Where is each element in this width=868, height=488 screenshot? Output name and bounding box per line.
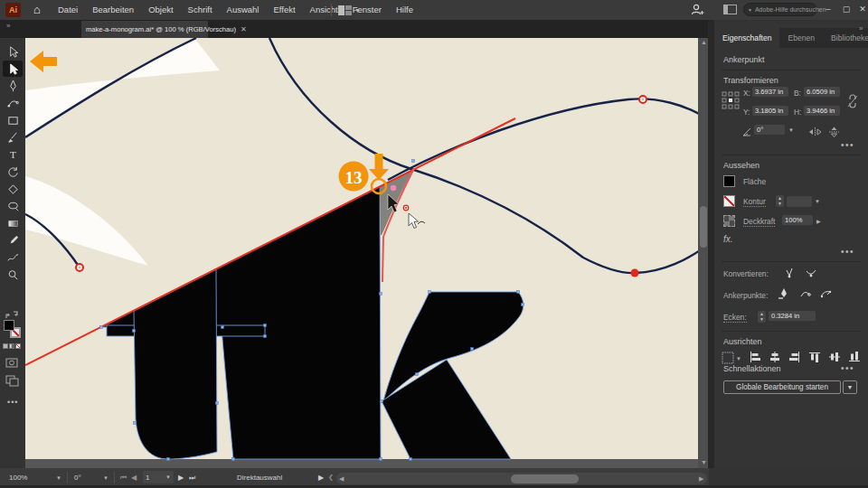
panel-layout-icon[interactable] bbox=[723, 5, 737, 14]
vertical-scrollbar[interactable]: ▲ ▼ bbox=[698, 38, 708, 468]
transform-more-options[interactable]: ••• bbox=[841, 140, 854, 150]
paintbrush-tool[interactable] bbox=[3, 129, 23, 145]
horizontal-scrollbar[interactable]: ◀ ▶ bbox=[336, 473, 707, 484]
page-number-field[interactable]: 1 ▼ bbox=[143, 471, 174, 483]
maximize-button[interactable]: ▢ bbox=[839, 0, 854, 18]
scroll-up-icon[interactable]: ▲ bbox=[701, 39, 707, 45]
canvas[interactable]: 13 bbox=[25, 38, 698, 468]
remove-anchor-icon[interactable] bbox=[778, 287, 790, 304]
gradient-tool[interactable] bbox=[3, 215, 23, 231]
menu-schrift[interactable]: Schrift bbox=[181, 0, 220, 20]
fx-label[interactable]: fx. bbox=[723, 234, 733, 244]
drawing-mode-icon[interactable] bbox=[5, 356, 19, 372]
prev-page-icon[interactable]: ◀ bbox=[131, 474, 137, 482]
stroke-weight-stepper[interactable]: ▲▼ bbox=[776, 195, 784, 207]
align-top-icon[interactable] bbox=[808, 351, 821, 367]
menu-effekt[interactable]: Effekt bbox=[266, 0, 302, 20]
last-page-icon[interactable]: ⏭ bbox=[189, 474, 195, 483]
minimize-button[interactable]: – bbox=[821, 0, 835, 18]
rotate-tool[interactable] bbox=[3, 164, 23, 180]
angle-field[interactable]: 0° bbox=[754, 125, 785, 135]
constrain-proportions-icon[interactable] bbox=[846, 93, 859, 113]
none-chip[interactable] bbox=[15, 343, 21, 349]
opacity-expand-icon[interactable]: ▶ bbox=[816, 218, 821, 224]
panel-collapse-icon[interactable]: » bbox=[859, 24, 862, 33]
curvature-tool[interactable] bbox=[3, 95, 23, 111]
height-field[interactable]: 3.9466 in bbox=[804, 106, 840, 116]
menu-objekt[interactable]: Objekt bbox=[141, 0, 180, 20]
rotation-value[interactable]: 0° bbox=[74, 474, 81, 482]
join-path-icon[interactable] bbox=[819, 287, 832, 304]
dock-expand-icon[interactable]: » bbox=[6, 22, 9, 30]
x-field[interactable]: 3.6937 in bbox=[752, 87, 788, 97]
scroll-down-icon[interactable]: ▼ bbox=[701, 459, 707, 465]
artboard-icon[interactable] bbox=[5, 374, 19, 390]
convert-corner-icon[interactable] bbox=[783, 267, 796, 283]
appearance-more-options[interactable]: ••• bbox=[841, 247, 854, 257]
gradient-chip[interactable] bbox=[9, 343, 14, 349]
menu-datei[interactable]: Datei bbox=[51, 0, 85, 20]
more-tools-icon[interactable]: ••• bbox=[7, 398, 18, 407]
y-field[interactable]: 3.1805 in bbox=[752, 106, 788, 116]
scale-tool[interactable] bbox=[3, 181, 23, 197]
zoom-tool[interactable] bbox=[3, 267, 23, 283]
align-more-options[interactable]: ••• bbox=[841, 363, 854, 373]
first-page-icon[interactable]: ⏮ bbox=[120, 474, 127, 483]
workspace-switcher-icon[interactable] bbox=[338, 5, 352, 15]
selection-tool[interactable] bbox=[3, 43, 23, 60]
rotation-dropdown-icon[interactable]: ▼ bbox=[103, 475, 108, 481]
tab-close-icon[interactable]: ✕ bbox=[241, 25, 247, 33]
panel-tab-ebenen[interactable]: Ebenen bbox=[779, 28, 823, 48]
flip-horizontal-icon[interactable] bbox=[808, 125, 822, 141]
align-middle-v-icon[interactable] bbox=[828, 351, 841, 367]
scroll-right-icon[interactable]: ▶ bbox=[699, 475, 703, 483]
chevron-down-icon[interactable]: ▼ bbox=[354, 7, 361, 14]
fill-color-swatch[interactable] bbox=[4, 320, 14, 331]
angle-dropdown-icon[interactable]: ▼ bbox=[788, 127, 794, 133]
status-expand-icon[interactable]: ▶ bbox=[318, 474, 324, 482]
corners-field[interactable]: 0.3284 in bbox=[769, 311, 816, 321]
opacity-field[interactable]: 100% bbox=[782, 215, 813, 225]
corners-stepper[interactable]: ▲▼ bbox=[758, 311, 766, 323]
reference-point-locator[interactable] bbox=[722, 91, 740, 113]
type-tool[interactable]: T bbox=[3, 146, 23, 163]
smooth-tool[interactable] bbox=[3, 249, 23, 266]
shape-builder-tool[interactable] bbox=[3, 198, 23, 214]
cut-path-icon[interactable] bbox=[798, 287, 811, 304]
menu-bearbeiten[interactable]: Bearbeiten bbox=[85, 0, 141, 20]
align-dropdown-icon[interactable]: ▼ bbox=[736, 356, 741, 361]
global-edit-button[interactable]: Globale Bearbeitung starten bbox=[723, 380, 841, 394]
pen-tool[interactable] bbox=[3, 78, 23, 94]
vertical-scroll-thumb[interactable] bbox=[700, 206, 707, 248]
menu-auswahl[interactable]: Auswahl bbox=[220, 0, 267, 20]
status-collapse-icon[interactable]: ❮ bbox=[328, 474, 334, 481]
opacity-label[interactable]: Deckkraft bbox=[743, 217, 775, 227]
rectangle-tool[interactable] bbox=[3, 112, 23, 128]
stroke-label[interactable]: Kontur bbox=[743, 197, 766, 207]
user-account-icon[interactable] bbox=[690, 3, 704, 17]
corners-label[interactable]: Ecken: bbox=[723, 313, 747, 323]
live-corner-widget[interactable] bbox=[391, 185, 396, 191]
close-button[interactable]: ✕ bbox=[855, 0, 868, 18]
direct-selection-tool[interactable] bbox=[3, 61, 23, 77]
next-page-icon[interactable]: ▶ bbox=[178, 474, 184, 482]
menu-hilfe[interactable]: Hilfe bbox=[389, 0, 420, 20]
flip-vertical-icon[interactable] bbox=[828, 125, 840, 141]
panel-tab-eigenschaften[interactable]: Eigenschaften bbox=[714, 28, 779, 48]
stroke-swatch[interactable] bbox=[723, 195, 735, 207]
fill-swatch[interactable] bbox=[723, 175, 735, 187]
stroke-weight-dropdown-icon[interactable]: ▼ bbox=[815, 199, 820, 204]
zoom-level[interactable]: 100% bbox=[9, 474, 27, 482]
home-icon[interactable]: ⌂ bbox=[30, 3, 44, 17]
stroke-weight-field[interactable] bbox=[787, 196, 812, 207]
document-tab[interactable]: make-a-monogram.ai* @ 100 % (RGB/Vorscha… bbox=[81, 21, 208, 38]
convert-smooth-icon[interactable] bbox=[805, 267, 817, 283]
zoom-dropdown-icon[interactable]: ▼ bbox=[56, 475, 61, 481]
global-edit-dropdown-icon[interactable]: ▼ bbox=[843, 380, 857, 394]
eyedropper-tool[interactable] bbox=[3, 232, 23, 249]
help-search-input[interactable]: ▼ Adobe-Hilfe durchsuchen bbox=[743, 3, 817, 16]
color-chip[interactable] bbox=[3, 343, 8, 349]
horizontal-scroll-thumb[interactable] bbox=[511, 474, 579, 483]
opacity-swatch[interactable] bbox=[723, 215, 735, 227]
scroll-left-icon[interactable]: ◀ bbox=[339, 475, 344, 483]
